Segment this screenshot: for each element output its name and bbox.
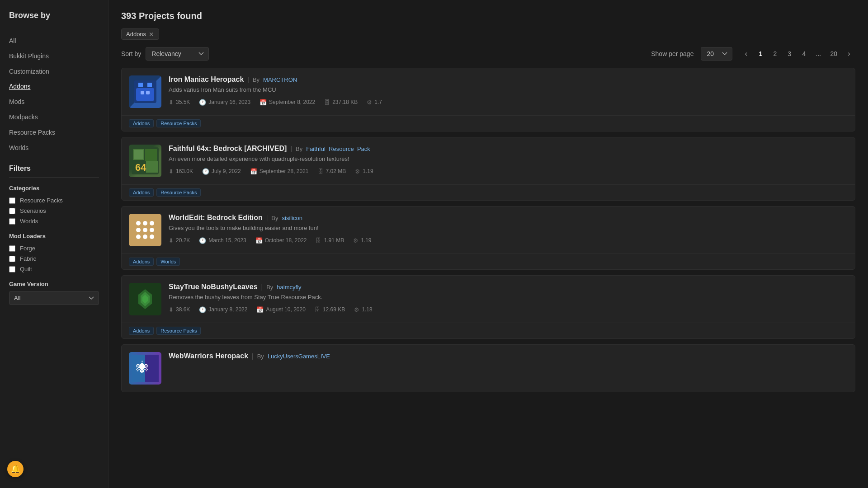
- category-item-resource-packs[interactable]: Resource Packs: [9, 195, 99, 206]
- project-divider: |: [290, 145, 292, 152]
- project-author[interactable]: Faithful_Resource_Pack: [306, 145, 370, 152]
- meta-downloads: ⬇ 163.0K: [169, 168, 193, 175]
- category-label: Resource Packs: [20, 197, 63, 204]
- category-checkbox[interactable]: [9, 197, 15, 204]
- project-tag[interactable]: Addons: [129, 258, 154, 266]
- project-thumbnail-art: [129, 214, 161, 246]
- sidebar-item-addons[interactable]: Addons: [9, 79, 99, 94]
- pagination-next[interactable]: ›: [843, 48, 855, 60]
- category-item-scenarios[interactable]: Scenarios: [9, 206, 99, 216]
- pagination-page-4[interactable]: 4: [797, 48, 810, 59]
- sidebar-item-worlds[interactable]: Worlds: [9, 141, 99, 156]
- project-title-row: Iron Maniac Heropack | By MARCTRON: [169, 75, 848, 84]
- meta-downloads: ⬇ 38.6K: [169, 306, 190, 313]
- version-icon: ⚙: [367, 99, 372, 106]
- project-divider: |: [261, 283, 263, 291]
- svg-rect-8: [134, 150, 143, 159]
- filter-tag-remove[interactable]: ✕: [149, 31, 154, 38]
- meta-version: ⚙ 1.19: [353, 237, 371, 244]
- per-page-label: Show per page: [651, 50, 693, 57]
- project-name[interactable]: Iron Maniac Heropack: [169, 75, 244, 84]
- sidebar-item-bukkit-plugins[interactable]: Bukkit Plugins: [9, 49, 99, 64]
- categories-list: Resource PacksScenariosWorlds: [9, 195, 99, 226]
- mod-loader-checkbox[interactable]: [9, 266, 15, 272]
- meta-created: 📅 October 18, 2022: [255, 237, 307, 244]
- mod-loader-item-quilt[interactable]: Quilt: [9, 264, 99, 274]
- project-card-body: Iron Maniac Heropack | By MARCTRON Adds …: [122, 68, 855, 115]
- mod-loader-label: Quilt: [20, 266, 32, 272]
- project-tag[interactable]: Addons: [129, 188, 154, 197]
- project-by: By: [266, 284, 273, 291]
- project-author[interactable]: LuckyUsersGamesLIVE: [268, 353, 330, 360]
- project-author[interactable]: haimcyfly: [277, 284, 301, 291]
- project-tag[interactable]: Worlds: [156, 258, 180, 266]
- category-item-worlds[interactable]: Worlds: [9, 216, 99, 226]
- pagination-page-2[interactable]: 2: [769, 48, 781, 59]
- project-tag[interactable]: Addons: [129, 327, 154, 335]
- project-author[interactable]: sisilicon: [282, 215, 303, 221]
- svg-text:🕷: 🕷: [136, 361, 149, 375]
- meta-created: 📅 September 8, 2022: [259, 99, 315, 106]
- version-icon: ⚙: [355, 168, 360, 175]
- meta-size: 🗄 12.69 KB: [315, 306, 345, 313]
- clock-icon: 🕐: [199, 99, 206, 106]
- pagination-prev[interactable]: ‹: [740, 48, 752, 60]
- meta-updated: 🕐 January 16, 2023: [199, 99, 250, 106]
- game-version-select[interactable]: All1.201.191.181.17: [9, 291, 99, 305]
- sidebar-item-customization[interactable]: Customization: [9, 64, 99, 80]
- mod-loader-checkbox[interactable]: [9, 256, 15, 262]
- mod-loader-checkbox[interactable]: [9, 245, 15, 252]
- project-card: 🕷 WebWarriors Heropack | By LuckyUsersGa…: [121, 344, 855, 392]
- sidebar-item-modpacks[interactable]: Modpacks: [9, 110, 99, 125]
- pagination-page-3[interactable]: 3: [783, 48, 796, 59]
- project-title-row: WebWarriors Heropack | By LuckyUsersGame…: [169, 352, 848, 360]
- svg-point-20: [143, 235, 147, 239]
- sidebar-item-all[interactable]: All: [9, 33, 99, 49]
- meta-size: 🗄 237.18 KB: [324, 99, 358, 106]
- project-name[interactable]: StayTrue NoBushyLeaves: [169, 283, 258, 291]
- project-author[interactable]: MARCTRON: [263, 76, 297, 83]
- notification-button[interactable]: 🔔: [7, 461, 24, 477]
- category-checkbox[interactable]: [9, 208, 15, 214]
- project-tag[interactable]: Resource Packs: [156, 188, 201, 197]
- category-label: Scenarios: [20, 207, 46, 214]
- svg-rect-1: [138, 83, 143, 87]
- projects-found: 393 Projects found: [121, 11, 202, 21]
- svg-point-15: [150, 221, 154, 225]
- svg-point-17: [143, 228, 147, 232]
- mod-loader-item-forge[interactable]: Forge: [9, 243, 99, 253]
- sidebar-item-mods[interactable]: Mods: [9, 94, 99, 110]
- category-checkbox[interactable]: [9, 218, 15, 225]
- pagination-page-20[interactable]: 20: [826, 48, 841, 59]
- sidebar-item-resource-packs[interactable]: Resource Packs: [9, 125, 99, 141]
- filter-tag-label: Addons: [126, 31, 146, 38]
- project-thumbnail-art: 64: [129, 145, 161, 177]
- project-thumbnail: [129, 214, 161, 246]
- sort-select[interactable]: RelevancyDownloadsUpdatedCreatedName: [146, 47, 209, 61]
- svg-rect-5: [146, 91, 150, 94]
- project-tag[interactable]: Resource Packs: [156, 327, 201, 335]
- sort-by-label: Sort by: [121, 50, 141, 57]
- project-thumbnail: [129, 75, 161, 108]
- server-icon: 🗄: [315, 306, 321, 313]
- project-card: Iron Maniac Heropack | By MARCTRON Adds …: [121, 68, 855, 131]
- categories-label: Categories: [9, 185, 99, 192]
- toolbar-right: Show per page 204060 ‹1234...20›: [651, 47, 855, 61]
- project-name[interactable]: WebWarriors Heropack: [169, 352, 248, 360]
- project-name[interactable]: WorldEdit: Bedrock Edition: [169, 214, 263, 222]
- project-info: WebWarriors Heropack | By LuckyUsersGame…: [169, 352, 848, 362]
- per-page-select[interactable]: 204060: [701, 47, 732, 61]
- pagination-page-...[interactable]: ...: [812, 48, 825, 59]
- filters-title: Filters: [9, 164, 99, 173]
- project-tag[interactable]: Resource Packs: [156, 119, 201, 127]
- project-card-body: StayTrue NoBushyLeaves | By haimcyfly Re…: [122, 276, 855, 323]
- project-tag[interactable]: Addons: [129, 119, 154, 127]
- clock-icon: 🕐: [199, 237, 206, 244]
- mod-loader-item-fabric[interactable]: Fabric: [9, 253, 99, 264]
- svg-point-16: [136, 228, 141, 232]
- pagination-page-1[interactable]: 1: [754, 48, 767, 59]
- mod-loaders-label: Mod Loaders: [9, 233, 99, 239]
- svg-rect-3: [136, 88, 154, 101]
- project-name[interactable]: Faithful 64x: Bedrock [ARCHIVED]: [169, 145, 287, 153]
- project-card: 64 Faithful 64x: Bedrock [ARCHIVED] | By…: [121, 137, 855, 201]
